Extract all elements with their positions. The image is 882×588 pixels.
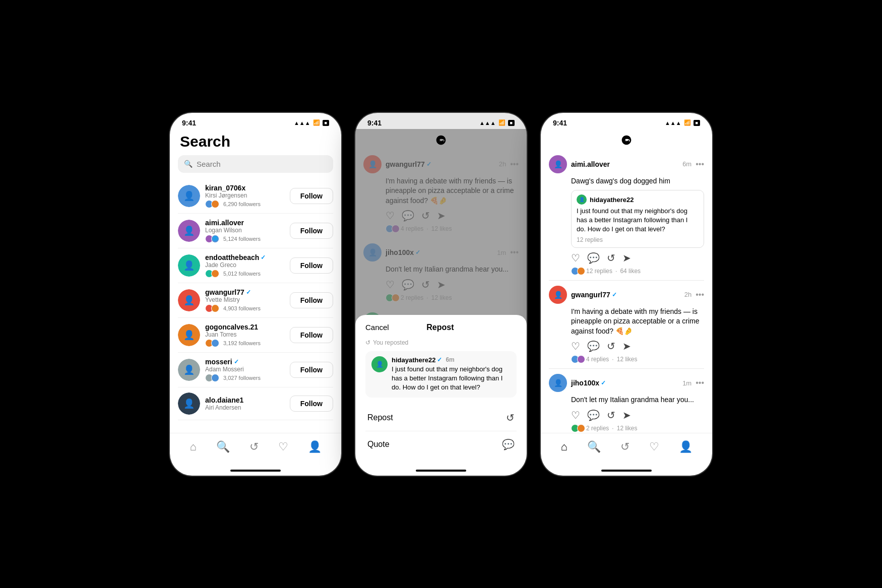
user-handle: Yvette Mistry <box>205 296 285 303</box>
avatar-circle: 👤 <box>178 289 200 311</box>
status-time-1: 9:41 <box>182 119 196 127</box>
share-icon[interactable]: ➤ <box>622 409 631 421</box>
nav-home-icon[interactable]: ⌂ <box>185 438 200 455</box>
nav-likes-icon[interactable]: ♡ <box>274 438 292 455</box>
nav-home-icon[interactable]: ⌂ <box>556 438 571 455</box>
nav-search-icon[interactable]: 🔍 <box>212 438 234 455</box>
list-item: 👤 gwangurl77 ✓ Yvette Mistry <box>178 283 333 318</box>
search-input[interactable] <box>197 160 327 168</box>
post-content: Dawg's dawg's dog dogged him <box>549 176 704 186</box>
post-header: 👤 gwangurl77 ✓ 2h ••• <box>549 286 704 304</box>
post-meta: 6m ••• <box>682 160 704 169</box>
list-item: 👤 aimi.allover Logan Wilson 🌐 5,12 <box>178 214 333 248</box>
follower-count: 3,192 followers <box>223 340 261 346</box>
follower-count: 6,290 followers <box>223 201 261 207</box>
user-handle: Kirsi Jørgensen <box>205 192 285 199</box>
like-icon[interactable]: ♡ <box>571 409 580 421</box>
search-page: Search 🔍 👤 kiran_0706x Kirsi Jørgensen <box>170 129 341 466</box>
follow-button[interactable]: Follow <box>290 188 333 204</box>
username: alo.daiane1 <box>205 396 285 404</box>
follow-button[interactable]: Follow <box>290 292 333 308</box>
avatar-circle: 👤 <box>178 220 200 242</box>
user-info: mosseri ✓ Adam Mosseri 3,027 followers <box>205 358 285 382</box>
follow-button[interactable]: Follow <box>290 362 333 378</box>
nav-likes-icon[interactable]: ♡ <box>645 438 663 455</box>
modal-overlay[interactable]: Cancel Repost ↺ You reposted 👤 hidayathe… <box>355 129 527 476</box>
post-stats: 12 replies · 64 likes <box>549 267 704 275</box>
post-time: 2h <box>684 291 691 298</box>
post-meta: 1m ••• <box>682 378 704 387</box>
post-stats: 2 replies · 12 likes <box>549 424 704 432</box>
avatar-circle: 👤 <box>178 254 200 277</box>
username: kiran_0706x <box>205 184 285 192</box>
repost-icon[interactable]: ↺ <box>607 409 615 421</box>
phone-feed-modal: 9:41 ▲▲▲ 📶 ■ 👤 <box>355 113 527 476</box>
post-header: 👤 aimi.allover 6m ••• <box>549 155 704 173</box>
user-followers: 6,290 followers <box>205 200 285 208</box>
follow-button[interactable]: Follow <box>290 223 333 239</box>
repost-icon[interactable]: ↺ <box>607 252 615 264</box>
nav-profile-icon[interactable]: 👤 <box>675 438 697 455</box>
comment-icon[interactable]: 💬 <box>587 409 600 421</box>
username-text: aimi.allover <box>571 160 678 168</box>
user-handle: Adam Mosseri <box>205 366 285 373</box>
username: gogoncalves.21 <box>205 323 285 331</box>
home-bar <box>230 470 281 472</box>
modal-repost-action[interactable]: Repost ↺ <box>365 405 517 431</box>
likes-count: 12 likes <box>617 356 638 363</box>
follower-count: 4,903 followers <box>223 305 261 311</box>
post-header: 👤 jiho100x ✓ 1m ••• <box>549 374 704 392</box>
modal-post-preview: 👤 hidayathere22 ✓ 6m I just found out th… <box>365 351 517 398</box>
comment-icon[interactable]: 💬 <box>587 340 600 352</box>
status-icons-3: ▲▲▲ 📶 ■ <box>665 119 700 126</box>
post-avatar: 👤 <box>549 374 567 392</box>
more-dots-icon[interactable]: ••• <box>696 160 704 169</box>
post-item: 👤 jiho100x ✓ 1m ••• Don't let my Ita <box>549 369 704 432</box>
list-item: 👤 mosseri ✓ Adam Mosseri <box>178 353 333 387</box>
nav-profile-icon[interactable]: 👤 <box>304 438 326 455</box>
repost-icon[interactable]: ↺ <box>607 340 615 352</box>
status-icons-2: ▲▲▲ 📶 ■ <box>479 119 515 126</box>
signal-icon: ▲▲▲ <box>294 120 310 126</box>
share-icon[interactable]: ➤ <box>622 340 631 352</box>
nav-search-icon[interactable]: 🔍 <box>583 438 605 455</box>
user-handle: Juan Torres <box>205 331 285 338</box>
follower-avatar <box>211 339 219 347</box>
wifi-icon: 📶 <box>684 119 691 126</box>
user-followers: 3,192 followers <box>205 339 285 347</box>
status-bar-2: 9:41 ▲▲▲ 📶 ■ <box>355 113 527 129</box>
avatar: 👤 <box>178 220 200 242</box>
modal-post-time: 6m <box>446 356 454 363</box>
feed-scroll-3: 👤 aimi.allover 6m ••• Dawg's dawg's dog … <box>541 150 712 433</box>
bottom-nav: ⌂ 🔍 ↺ ♡ 👤 <box>170 433 341 466</box>
user-followers: 3,027 followers <box>205 374 285 382</box>
more-dots-icon[interactable]: ••• <box>696 290 704 299</box>
like-icon[interactable]: ♡ <box>571 252 580 264</box>
nav-compose-icon[interactable]: ↺ <box>245 438 263 455</box>
search-input-wrap[interactable]: 🔍 <box>178 155 333 173</box>
nav-compose-icon[interactable]: ↺ <box>616 438 634 455</box>
user-handle: Logan Wilson <box>205 227 285 234</box>
like-icon[interactable]: ♡ <box>571 340 580 352</box>
phones-container: 9:41 ▲▲▲ 📶 ■ Search 🔍 👤 <box>170 113 712 476</box>
follower-avatars <box>205 304 217 312</box>
follow-button[interactable]: Follow <box>290 327 333 343</box>
username: aimi.allover <box>205 219 285 227</box>
comment-icon[interactable]: 💬 <box>587 252 600 264</box>
more-dots-icon[interactable]: ••• <box>696 378 704 387</box>
repost-action-icon: ↺ <box>506 412 515 424</box>
share-icon[interactable]: ➤ <box>622 252 631 264</box>
modal-post-info: hidayathere22 ✓ 6m I just found out that… <box>392 356 511 393</box>
follow-button[interactable]: Follow <box>290 257 333 274</box>
list-item: 👤 alo.daiane1 Airi Andersen Follow <box>178 387 333 420</box>
modal-post-username: hidayathere22 ✓ 6m <box>392 356 511 364</box>
modal-quote-action[interactable]: Quote 💬 <box>365 431 517 458</box>
modal-sheet: Cancel Repost ↺ You reposted 👤 hidayathe… <box>355 315 527 466</box>
follow-button[interactable]: Follow <box>290 396 333 412</box>
modal-cancel-button[interactable]: Cancel <box>365 323 389 332</box>
repost-cycle-icon: ↺ <box>365 339 370 346</box>
quote-username: hidayathere22 <box>590 196 634 204</box>
post-meta: 2h ••• <box>684 290 704 299</box>
follower-avatar <box>211 270 219 278</box>
feed-page-3: 👤 aimi.allover 6m ••• Dawg's dawg's dog … <box>541 129 712 466</box>
